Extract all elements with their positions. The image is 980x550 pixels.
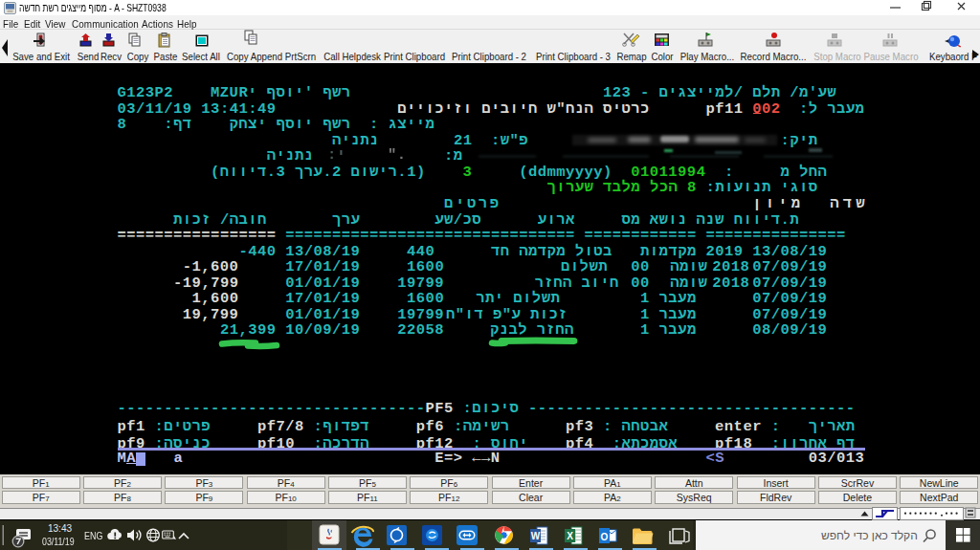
svg-text:W: W — [531, 531, 541, 541]
svg-text:O: O — [601, 532, 609, 542]
svg-text:X: X — [567, 531, 573, 541]
